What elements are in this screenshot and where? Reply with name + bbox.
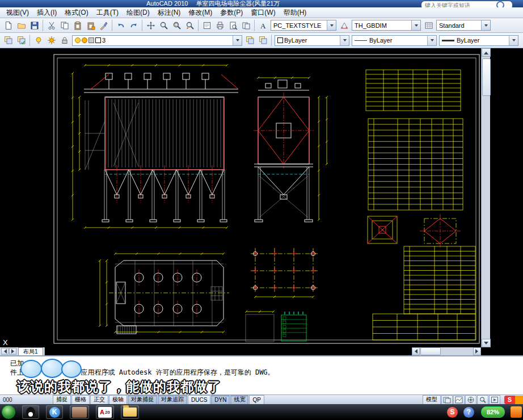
lock-icon: [88, 37, 94, 43]
zoom-realtime-icon[interactable]: [157, 19, 170, 32]
paste-special-icon[interactable]: [84, 19, 97, 32]
toggle-osnap[interactable]: 对象捕捉: [128, 395, 157, 405]
copy-icon[interactable]: [58, 19, 71, 32]
paste-icon[interactable]: [71, 19, 84, 32]
ime-sogou-button[interactable]: S: [504, 396, 515, 404]
vertical-scrollbar[interactable]: [481, 48, 490, 347]
layer-states-icon[interactable]: [15, 34, 28, 47]
layer-isolate-icon[interactable]: [256, 34, 269, 47]
toggle-ortho[interactable]: 正交: [90, 395, 108, 405]
toggle-quick-properties[interactable]: QP: [249, 395, 264, 405]
chevron-down-icon[interactable]: [233, 36, 242, 45]
chevron-down-icon[interactable]: [481, 20, 490, 30]
lineweight-value: ByLayer: [457, 37, 479, 44]
layer-on-icon[interactable]: [32, 34, 45, 47]
chevron-down-icon[interactable]: [509, 36, 518, 45]
publish-icon[interactable]: [239, 19, 252, 32]
zoom-tool-icon[interactable]: [477, 395, 488, 405]
cad-drawing[interactable]: X: [0, 48, 481, 347]
search-input[interactable]: [424, 2, 496, 8]
scroll-right-arrow[interactable]: [473, 347, 481, 355]
toggle-lineweight[interactable]: 线宽: [230, 395, 248, 405]
taskbar-avatar-icon[interactable]: [70, 405, 89, 419]
chevron-down-icon[interactable]: [340, 36, 349, 45]
plot-icon[interactable]: [213, 19, 226, 32]
tab-nav-left-icon[interactable]: [1, 348, 9, 355]
undo-icon[interactable]: [114, 19, 127, 32]
toolbar-separator: [29, 35, 30, 46]
match-properties-icon[interactable]: [97, 19, 110, 32]
tab-layout1[interactable]: 布局1: [18, 347, 43, 355]
scroll-down-arrow[interactable]: [482, 339, 491, 347]
quick-view-layouts-icon[interactable]: [441, 395, 453, 405]
dim-style-combo[interactable]: TH_GBDIM: [352, 20, 421, 31]
lineweight-combo[interactable]: ByLayer: [439, 35, 518, 46]
chevron-down-icon[interactable]: [427, 36, 436, 45]
linetype-combo[interactable]: ByLayer: [352, 35, 437, 46]
chevron-down-icon[interactable]: [411, 20, 420, 30]
menu-item-modify[interactable]: 修改(M): [184, 7, 216, 18]
tray-help-icon[interactable]: ?: [463, 407, 474, 418]
taskbar-folder-icon[interactable]: [121, 405, 139, 419]
table-style-icon[interactable]: [422, 19, 435, 32]
table-style-combo[interactable]: Standard: [436, 20, 491, 31]
toggle-polar[interactable]: 极轴: [109, 395, 127, 405]
show-motion-icon[interactable]: [489, 395, 500, 405]
horizontal-scroll-thumb[interactable]: [420, 347, 441, 355]
menu-item-help[interactable]: 帮助(H): [280, 7, 311, 18]
menu-item-view[interactable]: 视图(V): [2, 7, 33, 18]
open-icon[interactable]: [15, 19, 28, 32]
menu-item-insert[interactable]: 插入(I): [33, 7, 61, 18]
zoom-window-icon[interactable]: [170, 19, 183, 32]
toggle-grid[interactable]: 栅格: [71, 395, 90, 405]
menu-item-tools[interactable]: 工具(T): [92, 7, 123, 18]
menu-item-window[interactable]: 窗口(W): [247, 7, 279, 18]
save-icon[interactable]: [28, 19, 41, 32]
layer-properties-icon[interactable]: [2, 34, 15, 47]
tray-app-icon[interactable]: [511, 406, 522, 418]
menu-item-draw[interactable]: 绘图(D): [123, 7, 154, 18]
steering-wheel-icon[interactable]: [465, 395, 476, 405]
toggle-ducs[interactable]: DUCS: [188, 395, 210, 405]
redo-icon[interactable]: [127, 19, 140, 32]
tab-nav-right-icon[interactable]: [9, 348, 16, 355]
layer-combo[interactable]: 3: [72, 35, 242, 46]
start-button[interactable]: [2, 405, 15, 419]
toggle-dyn[interactable]: DYN: [211, 395, 230, 405]
pan-icon[interactable]: [144, 19, 157, 32]
model-space-button[interactable]: 模型: [423, 395, 441, 405]
chevron-down-icon[interactable]: [327, 20, 336, 30]
layer-previous-icon[interactable]: [243, 34, 256, 47]
menu-item-parametric[interactable]: 参数(P): [216, 7, 247, 18]
toggle-snap[interactable]: 捕捉: [53, 395, 71, 405]
taskbar-qq-icon[interactable]: [22, 405, 39, 419]
taskbar-autocad-icon[interactable]: A20: [96, 405, 114, 419]
help-search-box[interactable]: [421, 1, 513, 7]
drawing-area[interactable]: X: [0, 48, 481, 347]
cut-icon[interactable]: [45, 19, 58, 32]
command-window-close[interactable]: X: [3, 338, 8, 347]
menu-item-dimension[interactable]: 标注(N): [154, 7, 185, 18]
quick-view-drawings-icon[interactable]: [453, 395, 465, 405]
properties-palette-icon[interactable]: [200, 19, 213, 32]
plot-preview-icon[interactable]: [226, 19, 239, 32]
dim-style-icon[interactable]: [338, 19, 351, 32]
taskbar-player-icon[interactable]: K: [46, 405, 63, 419]
text-style-icon[interactable]: A: [256, 19, 269, 32]
new-icon[interactable]: [2, 19, 15, 32]
text-style-combo[interactable]: PC_TEXTSTYLE: [271, 20, 336, 31]
coordinate-readout: 000: [3, 397, 53, 403]
toggle-otrack[interactable]: 对象追踪: [158, 395, 187, 405]
horizontal-scrollbar[interactable]: [412, 347, 481, 355]
tray-sogou-icon[interactable]: S: [447, 407, 458, 418]
search-icon[interactable]: [496, 1, 504, 7]
layer-lock-icon[interactable]: [58, 34, 71, 47]
color-combo[interactable]: ByLayer: [275, 35, 349, 46]
vertical-scroll-thumb[interactable]: [482, 58, 491, 96]
ime-toolbar-tail[interactable]: [515, 396, 523, 404]
menu-item-format[interactable]: 格式(O): [61, 7, 92, 18]
layer-thaw-icon[interactable]: [45, 34, 58, 47]
zoom-previous-icon[interactable]: [183, 19, 196, 32]
scroll-left-arrow[interactable]: [412, 347, 420, 355]
scroll-up-arrow[interactable]: [482, 48, 491, 57]
